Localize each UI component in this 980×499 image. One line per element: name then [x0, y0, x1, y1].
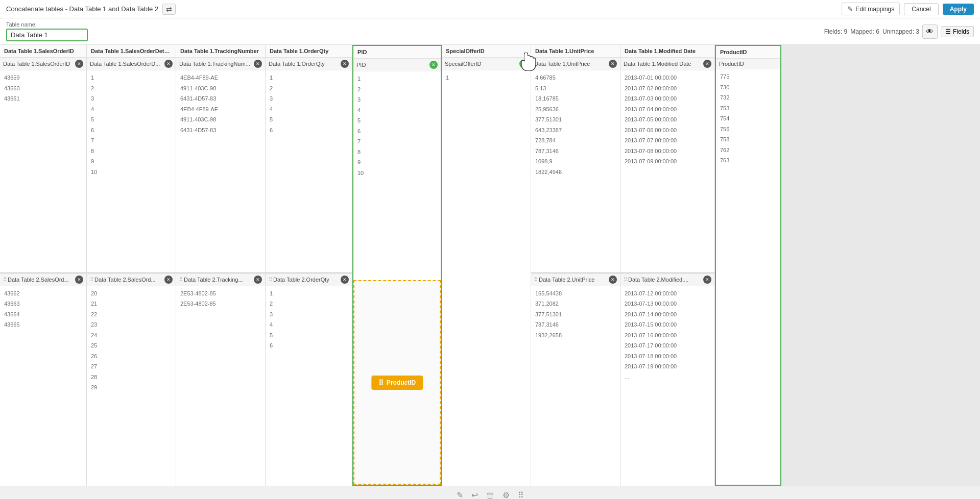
pid-data1: 1 2 3 4 5 6 7 8 9 10: [353, 71, 441, 278]
topbar-title: Concatenate tables - Data Table 1 and Da…: [6, 5, 158, 13]
unitprice-header: Data Table 1.UnitPrice: [531, 45, 620, 58]
drag-icon3: ⠿: [179, 277, 183, 282]
drag-icon2: ⠿: [90, 277, 93, 282]
fields-button[interactable]: ☰ Fields: [941, 26, 974, 37]
pid-column: PID PID ✕ 1 2 3 4 5 6 7 8 9 10 ⠿ Product…: [352, 45, 442, 486]
drag-icon6: ⠿: [624, 277, 627, 282]
unitprice-data2: 165,54438 371,2082 377,51301 787,3146 19…: [531, 286, 620, 486]
orderqty-close[interactable]: ✕: [341, 60, 349, 68]
drag-icon5: ⠿: [534, 277, 538, 282]
unitprice2-close[interactable]: ✕: [609, 276, 617, 284]
drag-dots-icon: ⠿: [378, 379, 384, 387]
unitprice-subheader: Data Table 1.UnitPrice ✕: [531, 58, 620, 70]
grid-toolbar-icon[interactable]: ⠿: [518, 490, 524, 499]
settings-toolbar-icon[interactable]: ⚙: [503, 490, 510, 499]
unitprice-data1: 4,66785 5,13 18,16785 25,95636 377,51301…: [531, 70, 620, 270]
productid-data2: 775 730 732 753 754 756 758 762 763: [716, 69, 780, 485]
unitprice-subheader2: ⠿ Data Table 2.UnitPrice ✕: [531, 272, 620, 286]
modifieddate-column: Data Table 1.Modified Date Data Table 1.…: [620, 45, 715, 486]
trackingnumber-data1: 4EB4-4F89-AE 4911-403C-98 6431-4D57-83 4…: [176, 70, 265, 270]
orderqty-data2: 1 2 3 4 5 6: [266, 286, 352, 486]
salesorderdetail-data1: 1 2 3 4 5 6 7 8 9 10: [87, 70, 176, 270]
salesorderid-subheader2: ⠿ Data Table 2.SalesOrd... ✕: [0, 272, 86, 286]
topbar-right: ✎ Edit mappings Cancel Apply: [842, 3, 974, 15]
fields-icon: ☰: [945, 28, 951, 35]
orderqty2-close[interactable]: ✕: [341, 276, 349, 284]
salesorderdetail-close[interactable]: ✕: [164, 60, 173, 68]
bottom-toolbar: ✎ ↩ 🗑 ⚙ ⠿: [0, 486, 980, 499]
eye-button[interactable]: 👁: [922, 24, 938, 39]
specialofferid-subheader: SpecialOfferID ✕: [442, 58, 531, 70]
specialofferid-data1: 1: [442, 70, 531, 486]
orderqty-subheader: Data Table 1.OrderQty ✕: [266, 58, 352, 70]
salesorderid-data2: 43662 43663 43664 43665: [0, 286, 86, 486]
salesorderid2-close[interactable]: ✕: [75, 276, 83, 284]
tablename-label: Table name:: [6, 21, 88, 28]
salesorderdetail-header: Data Table 1.SalesOrderDeta...: [87, 45, 176, 58]
topbar-left: Concatenate tables - Data Table 1 and Da…: [6, 4, 176, 15]
drag-icon4: ⠿: [269, 277, 272, 282]
salesorderid-close[interactable]: ✕: [75, 60, 83, 68]
pid-header: PID: [353, 46, 441, 59]
swap-button[interactable]: ⇄: [162, 4, 176, 15]
salesorderid-subheader: Data Table 1.SalesOrderID ✕: [0, 58, 86, 70]
apply-button[interactable]: Apply: [943, 4, 974, 15]
salesorderdetail-subheader: Data Table 1.SalesOrderD... ✕: [87, 58, 176, 70]
specialofferid-column: SpecialOfferID SpecialOfferID ✕ 1: [442, 45, 531, 486]
unitprice-column: Data Table 1.UnitPrice Data Table 1.Unit…: [531, 45, 620, 486]
trackingnumber-close[interactable]: ✕: [254, 60, 262, 68]
tablename-area: Table name: Fields: 9 Mapped: 6 Unmapped…: [0, 18, 980, 45]
edit-mappings-button[interactable]: ✎ Edit mappings: [842, 3, 900, 15]
drop-zone-label: ⠿ ProductID: [371, 376, 423, 390]
mapped-count: Mapped: 6: [850, 28, 879, 35]
trackingnumber-header: Data Table 1.TrackingNumber: [176, 45, 265, 58]
drag-icon: ⠿: [3, 277, 7, 282]
modifieddate-data1: 2013-07-01 00:00:00 2013-07-02 00:00:00 …: [620, 70, 714, 270]
pid-close[interactable]: ✕: [429, 61, 438, 69]
tablename-group: Table name:: [6, 21, 88, 41]
hand-cursor-icon: [521, 53, 536, 71]
modifieddate-subheader2: ⠿ Data Table 2.Modified.... ✕: [620, 272, 714, 286]
orderqty-column: Data Table 1.OrderQty Data Table 1.Order…: [266, 45, 352, 486]
modifieddate-header: Data Table 1.Modified Date: [620, 45, 714, 58]
salesorderid-data1: 43659 43660 43661: [0, 70, 86, 270]
orderqty-data1: 1 2 3 4 5 6: [266, 70, 352, 270]
svg-rect-0: [524, 54, 528, 61]
modifieddate-data2: 2013-07-12 00:00:00 2013-07-13 00:00:00 …: [620, 286, 714, 486]
salesorderdetail-data2: 20 21 22 23 24 25 26 27 28 29: [87, 286, 176, 486]
unitprice-close[interactable]: ✕: [609, 60, 617, 68]
delete-toolbar-icon[interactable]: 🗑: [486, 491, 494, 500]
unmapped-count: Unmapped: 3: [882, 28, 919, 35]
cancel-button[interactable]: Cancel: [904, 3, 938, 15]
main-content: Data Table 1.SalesOrderID Data Table 1.S…: [0, 45, 980, 486]
productid-header: ProductID: [716, 46, 780, 59]
modifieddate2-close[interactable]: ✕: [703, 276, 711, 284]
topbar: Concatenate tables - Data Table 1 and Da…: [0, 0, 980, 18]
drop-zone[interactable]: ⠿ ProductID: [353, 280, 441, 485]
modifieddate-close[interactable]: ✕: [703, 60, 711, 68]
fields-count: Fields: 9: [824, 28, 847, 35]
salesorderdetail2-close[interactable]: ✕: [164, 276, 173, 284]
trackingnumber-subheader2: ⠿ Data Table 2.Tracking... ✕: [176, 272, 265, 286]
salesorderdetail-column: Data Table 1.SalesOrderDeta... Data Tabl…: [87, 45, 176, 486]
salesorderdetail-subheader2: ⠿ Data Table 2.SalesOrd... ✕: [87, 272, 176, 286]
productid-subheader: ProductID: [716, 59, 780, 69]
undo-toolbar-icon[interactable]: ↩: [471, 490, 478, 499]
specialofferid-header: SpecialOfferID: [442, 45, 531, 58]
trackingnumber-column: Data Table 1.TrackingNumber Data Table 1…: [176, 45, 266, 486]
modifieddate-subheader: Data Table 1.Modified Date ✕: [620, 58, 714, 70]
trackingnumber-subheader: Data Table 1.TrackingNum... ✕: [176, 58, 265, 70]
trackingnumber2-close[interactable]: ✕: [254, 276, 262, 284]
edit-toolbar-icon[interactable]: ✎: [457, 490, 463, 499]
orderqty-subheader2: ⠿ Data Table 2.OrderQty ✕: [266, 272, 352, 286]
salesorderid-header: Data Table 1.SalesOrderID: [0, 45, 86, 58]
pencil-icon: ✎: [847, 5, 853, 13]
salesorderid-column: Data Table 1.SalesOrderID Data Table 1.S…: [0, 45, 87, 486]
pid-subheader: PID ✕: [353, 59, 441, 71]
trackingnumber-data2: 2E53-4802-85 2E53-4802-85: [176, 286, 265, 486]
orderqty-header: Data Table 1.OrderQty: [266, 45, 352, 58]
fields-info: Fields: 9 Mapped: 6 Unmapped: 3 👁 ☰ Fiel…: [824, 24, 974, 39]
productid-column: ProductID ProductID 775 730 732 753 754 …: [715, 45, 781, 486]
tablename-input[interactable]: [6, 29, 88, 41]
